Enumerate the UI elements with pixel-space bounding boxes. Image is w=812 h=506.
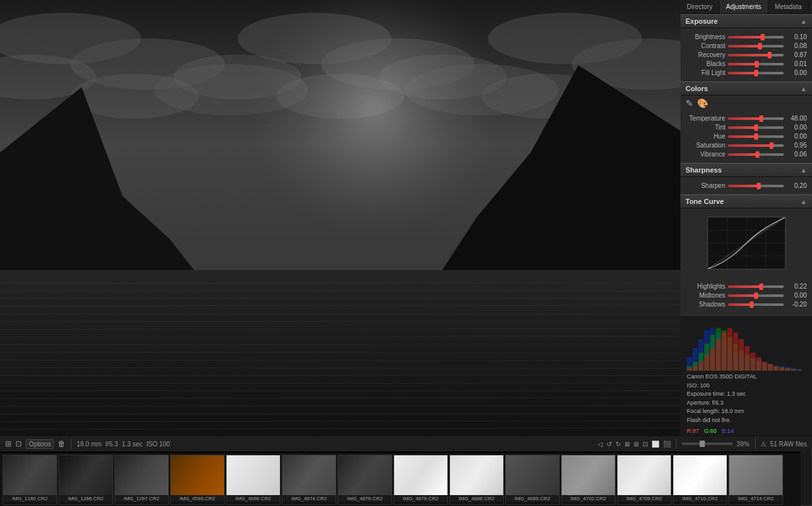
slider-thumb[interactable] xyxy=(758,43,762,49)
slider-thumb[interactable] xyxy=(756,151,759,158)
film-item[interactable]: IMG_4709.CR2 xyxy=(617,455,671,505)
film-item[interactable]: IMG_4714.CR2 xyxy=(729,455,783,505)
eyedropper-icon[interactable]: ✎ xyxy=(686,98,693,108)
color-picker-icon[interactable]: 🎨 xyxy=(697,98,708,108)
toolbar-nav-icon-7[interactable]: ⬜ xyxy=(652,441,659,448)
film-thumbnail xyxy=(562,455,615,495)
zoom-slider[interactable] xyxy=(682,443,733,445)
slider-label: Blacks xyxy=(686,60,725,67)
film-item[interactable]: IMG_4689.CR2 xyxy=(505,455,560,505)
film-label: IMG_4874.CR2 xyxy=(282,495,336,502)
film-thumbnail xyxy=(171,455,224,495)
film-thumbnail xyxy=(506,455,559,495)
film-item[interactable]: IMG_1267.CR2 xyxy=(114,455,169,505)
toolbar-nav-icon-5[interactable]: ⊞ xyxy=(634,441,639,448)
slider-thumb[interactable] xyxy=(761,34,764,40)
sharpness-label: Sharpness xyxy=(686,166,721,174)
slider-label: Fill Light xyxy=(686,69,725,76)
toolbar-nav-icon-2[interactable]: ↺ xyxy=(607,441,612,448)
exposure-section-header[interactable]: Exposure ▲ xyxy=(680,14,812,28)
slider-track[interactable] xyxy=(728,294,784,297)
slider-track[interactable] xyxy=(728,303,784,306)
slider-row-fill-light: Fill Light0.00 xyxy=(686,69,807,76)
film-item[interactable]: IMG_1266.CR2 xyxy=(58,455,113,505)
colors-section-header[interactable]: Colors ▲ xyxy=(680,81,812,96)
slider-thumb[interactable] xyxy=(755,61,759,67)
film-item[interactable]: IMG_4668.CR2 xyxy=(226,455,281,505)
slider-row-blacks: Blacks0.01 xyxy=(686,60,807,67)
toolbar-nav-icon-6[interactable]: ⊡ xyxy=(643,441,648,448)
zoom-thumb[interactable] xyxy=(700,441,705,447)
histogram-canvas xyxy=(684,319,808,371)
tone-curve-canvas[interactable] xyxy=(707,217,786,269)
tab-directory[interactable]: Directory xyxy=(680,0,720,13)
slider-track[interactable] xyxy=(728,126,784,129)
tone-curve-collapse-icon: ▲ xyxy=(800,198,807,205)
slider-track[interactable] xyxy=(728,72,784,74)
slider-thumb[interactable] xyxy=(754,70,758,76)
slider-thumb[interactable] xyxy=(754,133,758,140)
slider-track[interactable] xyxy=(728,63,784,65)
film-label: IMG_4879.CR2 xyxy=(394,495,447,502)
film-label: IMG_4593.CR2 xyxy=(171,495,224,502)
film-item[interactable]: IMG_4710.CR2 xyxy=(673,455,727,505)
sharpness-section-content: Sharpen0.20 xyxy=(680,177,812,194)
slider-track[interactable] xyxy=(728,117,784,120)
slider-label: Hue xyxy=(686,133,725,140)
slider-thumb[interactable] xyxy=(770,142,773,149)
slider-label: Shadows xyxy=(686,301,725,308)
slider-value: 0.06 xyxy=(786,151,807,158)
film-item[interactable]: IMG_4879.CR2 xyxy=(393,455,448,505)
options-button[interactable]: Options xyxy=(26,439,54,449)
slider-track[interactable] xyxy=(728,135,784,138)
film-label: IMG_4702.CR2 xyxy=(562,495,615,502)
film-item[interactable]: IMG_4876.CR2 xyxy=(338,455,392,505)
tone-curve-section-header[interactable]: Tone Curve ▲ xyxy=(680,194,812,208)
film-item[interactable]: IMG_4593.CR2 xyxy=(170,455,225,505)
slider-label: Saturation xyxy=(686,142,725,149)
histogram-rgb-values: R:87 G:60 B:14 xyxy=(684,426,809,435)
slider-track[interactable] xyxy=(728,36,784,38)
slider-track[interactable] xyxy=(728,285,784,288)
slider-thumb[interactable] xyxy=(754,124,758,131)
slider-track[interactable] xyxy=(728,45,784,47)
slider-label: Midtones xyxy=(686,292,725,299)
toolbar-nav-icon-4[interactable]: ⊠ xyxy=(625,441,630,448)
slider-track[interactable] xyxy=(728,185,784,187)
slider-row-hue: Hue0.00 xyxy=(686,133,807,140)
toolbar-exposure: 1.3 sec xyxy=(122,441,143,448)
toolbar-nav-icon-3[interactable]: ↻ xyxy=(616,441,621,448)
bottom-toolbar: ⊞ ⊡ Options 🗑 18.0 mm f/6.3 1.3 sec ISO … xyxy=(0,435,812,451)
slider-value: 0.08 xyxy=(786,42,807,49)
film-thumbnail xyxy=(3,455,56,495)
film-label: IMG_4689.CR2 xyxy=(506,495,559,502)
camera-flash: Flash did not fire. xyxy=(687,416,806,425)
slider-track[interactable] xyxy=(728,153,784,156)
film-item[interactable]: IMG_4886.CR2 xyxy=(449,455,504,505)
film-item[interactable]: IMG_1160.CR2 xyxy=(3,455,57,505)
tone-curve-sliders-content: Highlights0.22Midtones0.00Shadows-0.20 xyxy=(680,278,812,313)
slider-thumb[interactable] xyxy=(759,283,763,290)
slider-track[interactable] xyxy=(728,54,784,56)
corner-label xyxy=(800,448,812,506)
toolbar-icon-1[interactable]: ⊞ xyxy=(5,439,12,448)
camera-iso: ISO: 100 xyxy=(687,382,806,391)
tab-adjustments[interactable]: Adjustments xyxy=(720,0,768,13)
sharpness-section-header[interactable]: Sharpness ▲ xyxy=(680,163,812,177)
slider-thumb[interactable] xyxy=(759,115,763,122)
slider-thumb[interactable] xyxy=(768,52,772,58)
tab-metadata[interactable]: Metadata xyxy=(768,0,809,13)
slider-label: Highlights xyxy=(686,283,725,290)
slider-value: 0.00 xyxy=(786,133,807,140)
film-label: IMG_4714.CR2 xyxy=(729,495,782,502)
slider-thumb[interactable] xyxy=(754,292,758,299)
toolbar-nav-icon-1[interactable]: ◁ xyxy=(598,441,603,448)
slider-track[interactable] xyxy=(728,144,784,147)
toolbar-nav-icon-8[interactable]: ⬛ xyxy=(663,441,671,448)
slider-thumb[interactable] xyxy=(757,183,761,189)
film-item[interactable]: IMG_4874.CR2 xyxy=(282,455,336,505)
toolbar-icon-trash[interactable]: 🗑 xyxy=(58,439,65,448)
toolbar-icon-2[interactable]: ⊡ xyxy=(15,439,22,448)
slider-thumb[interactable] xyxy=(750,301,754,308)
film-item[interactable]: IMG_4702.CR2 xyxy=(561,455,616,505)
